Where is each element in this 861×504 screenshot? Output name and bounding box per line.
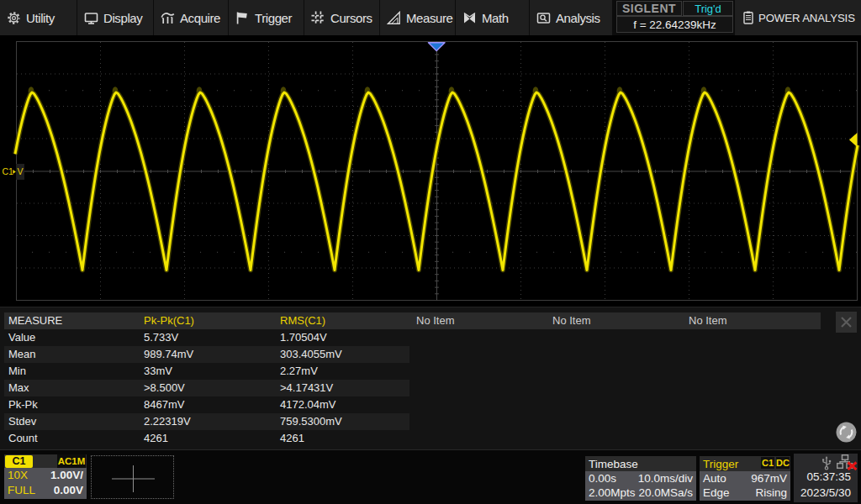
- svg-text:C1: C1: [3, 166, 14, 176]
- svg-text:V: V: [18, 166, 24, 176]
